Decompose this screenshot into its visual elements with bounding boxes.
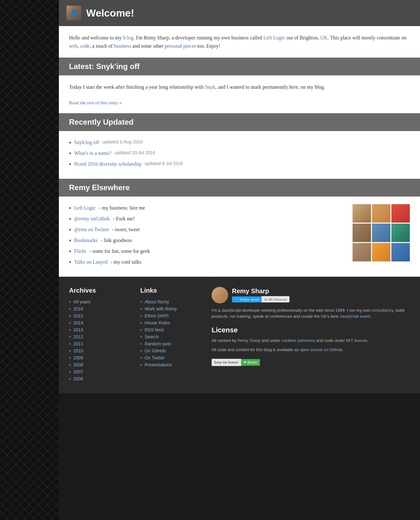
- keep-honest-button[interactable]: keep me honest ♥ donate: [212, 359, 260, 366]
- list-item: ffconf 2016 diversity scholarship update…: [69, 160, 410, 168]
- latest-section-header: Latest: Snyk'ing off: [59, 58, 420, 75]
- ffconf-link[interactable]: ffconf 2016 diversity scholarship: [74, 160, 142, 168]
- leftlogic-elsewhere-link[interactable]: Left Logic: [74, 204, 96, 212]
- twitter-link[interactable]: @rem on Twitter: [74, 226, 109, 233]
- year-2010-link[interactable]: 2010: [73, 348, 83, 353]
- elsewhere-title: Remy Elsewhere: [69, 183, 410, 192]
- code-link[interactable]: code: [80, 43, 90, 49]
- year-2013-link[interactable]: 2013: [73, 327, 83, 332]
- year-2015-link[interactable]: 2015: [73, 313, 83, 318]
- latest-title: Latest: Snyk'ing off: [69, 62, 410, 71]
- elsewhere-block: Left Logic - my business: hire me @remy …: [59, 197, 420, 277]
- photo-grid: [353, 204, 410, 261]
- on-twitter-link[interactable]: On Twitter: [144, 355, 165, 360]
- bio-section: Remy Sharp 🐦 Follow @rem 45.4K followers…: [212, 287, 410, 383]
- leftlogic-link[interactable]: Left Logic: [263, 35, 285, 40]
- links-title: Links: [140, 287, 204, 294]
- whats-in-a-name-link[interactable]: What's in a name?: [74, 149, 111, 157]
- heart-icon: ♥: [244, 360, 246, 365]
- list-item: All years: [69, 299, 133, 304]
- photo-cell: [372, 224, 390, 242]
- photo-cell: [372, 243, 390, 261]
- business-link[interactable]: business: [114, 43, 131, 49]
- year-2008-link[interactable]: 2008: [73, 362, 83, 367]
- latest-text: Today I start the week after finishing a…: [69, 83, 410, 91]
- list-item: 2010: [69, 348, 133, 353]
- list-item: Bookmarks - link goodness: [69, 237, 346, 244]
- uk-link[interactable]: UK: [320, 35, 327, 40]
- list-item: Search: [140, 334, 204, 339]
- list-item: 2012: [69, 334, 133, 339]
- remy-sharp-link[interactable]: Remy Sharp: [238, 338, 261, 343]
- list-item: 2006: [69, 376, 133, 381]
- search-link[interactable]: Search: [144, 334, 158, 339]
- header-avatar: 👤: [66, 6, 81, 20]
- list-item: 2014: [69, 320, 133, 325]
- github-opensource-link[interactable]: open source on GitHub: [300, 347, 343, 352]
- avatar-image: 👤: [66, 6, 81, 20]
- license-section: License All content by Remy Sharp and un…: [212, 326, 410, 366]
- recently-updated-header: Recently Updated: [59, 113, 420, 131]
- footer-archives: Archives All years 2016 2015 2014 2013 2…: [69, 287, 133, 383]
- github-link[interactable]: @remy onGithub: [74, 215, 110, 223]
- recently-updated-block: Snyk'ing off updated 1-Aug 2016 What's i…: [59, 131, 420, 179]
- list-item: On GitHub: [140, 348, 204, 353]
- year-2007-link[interactable]: 2007: [73, 369, 83, 374]
- bio-name-section: Remy Sharp 🐦 Follow @rem 45.4K followers: [232, 288, 290, 302]
- snyk-link[interactable]: Snyk: [205, 84, 215, 90]
- elsewhere-links: Left Logic - my business: hire me @remy …: [69, 204, 346, 269]
- all-years-link[interactable]: All years: [73, 299, 90, 304]
- flickr-link[interactable]: Flickr: [74, 247, 86, 255]
- year-2016-link[interactable]: 2016: [73, 306, 83, 311]
- year-2006-link[interactable]: 2006: [73, 376, 83, 381]
- recently-updated-title: Recently Updated: [69, 118, 410, 127]
- photo-cell: [391, 204, 410, 223]
- list-item: @rem on Twitter - tweet, tweet: [69, 226, 346, 233]
- list-item: Presentations: [140, 362, 204, 367]
- year-2012-link[interactable]: 2012: [73, 334, 83, 339]
- work-with-remy-link[interactable]: Work with Remy: [144, 306, 177, 311]
- list-item: House Rules: [140, 320, 204, 325]
- year-2011-link[interactable]: 2011: [73, 341, 83, 346]
- about-remy-link[interactable]: About Remy: [144, 299, 169, 304]
- welcome-text: Hello and welcome to my b:log. I'm Remy …: [69, 34, 410, 50]
- page-title: Welcome!: [86, 7, 134, 19]
- personal-link[interactable]: personal pieces: [165, 43, 196, 49]
- elsewhere-list: Left Logic - my business: hire me @remy …: [69, 204, 346, 266]
- twitter-follow-widget: 🐦 Follow @rem 45.4K followers: [232, 296, 290, 302]
- ethos-link[interactable]: Ethos (WIP): [144, 313, 168, 318]
- list-item: Random post: [140, 341, 204, 346]
- list-item: 2008: [69, 362, 133, 367]
- random-post-link[interactable]: Random post: [144, 341, 171, 346]
- welcome-block: Hello and welcome to my b:log. I'm Remy …: [59, 26, 420, 58]
- twitter-bird-icon: 🐦: [234, 297, 239, 302]
- list-item: Left Logic - my business: hire me: [69, 204, 346, 212]
- bookmarks-link[interactable]: Bookmarks: [74, 237, 98, 244]
- elsewhere-content: Left Logic - my business: hire me @remy …: [69, 204, 410, 269]
- lanyrd-link[interactable]: Talks on Lanyrd: [74, 258, 108, 266]
- page-wrapper: 👤 Welcome! Hello and welcome to my b:log…: [0, 0, 420, 520]
- rss-feed-link[interactable]: RSS feed: [144, 327, 164, 332]
- on-github-link[interactable]: On GitHub: [144, 348, 165, 353]
- creative-commons-link[interactable]: creative commons: [282, 338, 315, 343]
- donate-button[interactable]: ♥ donate: [241, 359, 260, 366]
- list-item: About Remy: [140, 299, 204, 304]
- mit-license-link[interactable]: MIT license: [346, 338, 367, 343]
- snykoff-link[interactable]: Snyk'ing off: [74, 139, 99, 146]
- read-more-link[interactable]: Read the rest of this entry »: [69, 100, 122, 106]
- js-event-link[interactable]: JavaScript event: [340, 314, 370, 319]
- year-2014-link[interactable]: 2014: [73, 320, 83, 325]
- license-title: License: [212, 326, 410, 334]
- twitter-follower-count: 45.4K followers: [262, 296, 290, 302]
- presentations-link[interactable]: Presentations: [144, 362, 172, 367]
- web-link[interactable]: web: [69, 43, 78, 49]
- blog-link[interactable]: b:log: [123, 35, 133, 40]
- consultancy-link[interactable]: consultancy: [372, 308, 393, 313]
- photo-cell: [391, 224, 410, 242]
- list-item: 2015: [69, 313, 133, 318]
- photo-cell: [353, 224, 371, 242]
- house-rules-link[interactable]: House Rules: [144, 320, 170, 325]
- list-item: What's in a name? updated 20-Jul 2016: [69, 149, 410, 157]
- year-2009-link[interactable]: 2009: [73, 355, 83, 360]
- twitter-follow-button[interactable]: 🐦 Follow @rem: [232, 296, 262, 302]
